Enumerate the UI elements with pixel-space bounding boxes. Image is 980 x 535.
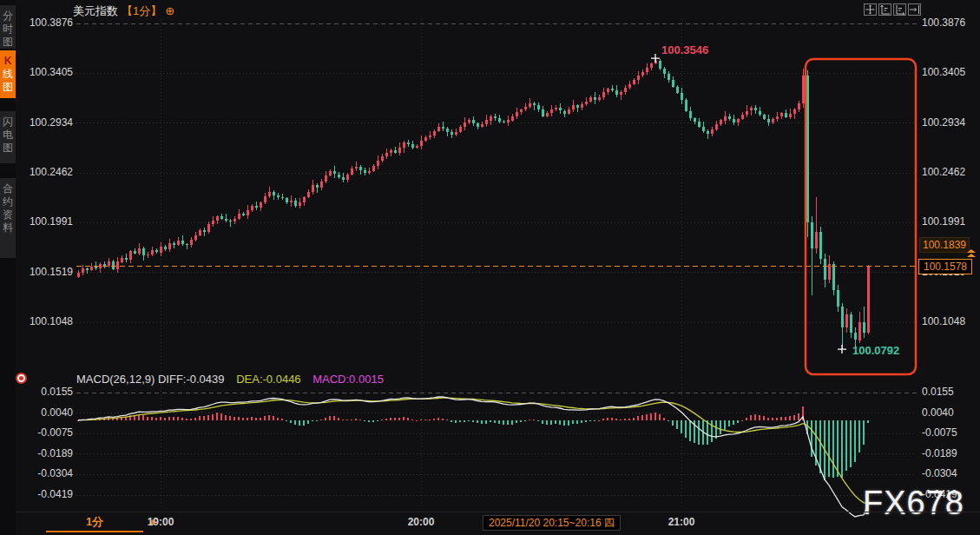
pan-button[interactable] [864, 3, 877, 16]
time-axis-tick: 19:00 [136, 516, 185, 528]
left-axis-tick: 0.0040 [19, 406, 73, 419]
right-axis-tick: 100.3876 [922, 17, 977, 30]
right-axis-tick: -0.0189 [922, 447, 977, 460]
sidebar-tab-label: 闪电图 [3, 116, 13, 154]
time-axis-tick: 20:00 [397, 516, 445, 528]
high-price-label: 100.3546 [661, 43, 708, 56]
macd-params: MACD(26,12,9) [76, 373, 155, 386]
chart-toolbar [864, 3, 921, 16]
sidebar-tab-kline-chart[interactable]: K线图 [0, 50, 16, 98]
interval-tag: 【1分】 [122, 4, 161, 17]
right-axis-tick: 100.3405 [922, 66, 977, 79]
sidebar-tab-time-chart[interactable]: 分时图 [0, 5, 16, 49]
right-axis-tick: 100.2462 [922, 166, 977, 179]
reference-price-badge: 100.1839 [919, 237, 970, 253]
right-axis-tick: -0.0075 [922, 426, 977, 439]
left-axis-tick: -0.0304 [19, 467, 73, 480]
right-axis-tick: 100.1991 [922, 215, 977, 228]
chart-app: 分时图 K线图 闪电图 合约资料 美元指数【1分】⊕ 100.3876100.3… [0, 0, 980, 535]
sidebar-tab-label: 线图 [3, 68, 13, 93]
macd-dea-value: DEA:-0.0446 [236, 373, 300, 386]
left-axis-tick: 100.3876 [19, 17, 73, 30]
zoom-x-axis-button[interactable] [893, 3, 906, 16]
time-axis-bar: 1分 ▲ 2025/11/20 20:15~20:16 四 19:0020:00… [0, 512, 980, 535]
selected-time-range-label: 2025/11/20 20:15~20:16 四 [483, 515, 621, 531]
sidebar-tab-label: 分时图 [3, 10, 13, 48]
last-price-badge: 100.1578 [918, 259, 972, 274]
chart-canvas[interactable] [0, 0, 980, 535]
interval-selector[interactable]: 1分 [46, 514, 143, 532]
sidebar: 分时图 K线图 闪电图 合约资料 [0, 0, 16, 535]
pan-icon [865, 4, 876, 15]
left-axis-tick: -0.0419 [19, 488, 73, 501]
left-axis-tick: 100.2462 [19, 166, 73, 179]
right-axis-tick: 0.0040 [922, 406, 977, 419]
arrow-to-bar-icon [909, 4, 920, 15]
left-axis-tick: -0.0189 [19, 447, 73, 460]
left-axis-tick: 100.1519 [19, 266, 73, 279]
zoom-y-axis-button[interactable] [878, 3, 891, 16]
x-axis-scale-icon [894, 4, 905, 15]
indicator-settings-icon[interactable]: ⊕ [165, 4, 174, 17]
right-axis-tick: 100.2934 [922, 116, 977, 129]
macd-header: MACD(26,12,9) DIFF:-0.0439 DEA:-0.0446 M… [76, 373, 384, 386]
right-axis-tick: 0.0155 [922, 386, 977, 399]
left-axis-tick: 100.2934 [19, 116, 73, 129]
indicator-bullseye-icon [16, 373, 27, 384]
macd-hist-value: MACD:0.0015 [312, 373, 384, 386]
left-axis-tick: 100.1991 [19, 215, 73, 228]
low-price-label: 100.0792 [852, 344, 899, 357]
price-marker-icon [967, 249, 977, 258]
sidebar-tab-label: 合约资料 [3, 182, 13, 234]
sidebar-tab-lightning-chart[interactable]: 闪电图 [0, 111, 16, 163]
right-axis-tick: -0.0304 [922, 467, 977, 480]
right-axis-tick: 100.1048 [922, 315, 977, 328]
jump-to-latest-button[interactable] [908, 3, 921, 16]
y-axis-scale-icon [879, 4, 891, 15]
left-axis-tick: 100.3405 [19, 66, 73, 79]
time-axis-tick: 21:00 [657, 516, 706, 528]
left-axis-tick: 100.1048 [19, 315, 73, 328]
sidebar-tab-contract-info[interactable]: 合约资料 [0, 178, 16, 258]
chart-title: 美元指数【1分】⊕ [73, 3, 174, 19]
instrument-name: 美元指数 [73, 4, 118, 17]
sidebar-tab-label: K [4, 55, 12, 67]
macd-diff-value: DIFF:-0.0439 [158, 373, 225, 386]
left-axis-tick: 0.0155 [19, 386, 73, 399]
left-axis-tick: -0.0075 [19, 426, 73, 439]
